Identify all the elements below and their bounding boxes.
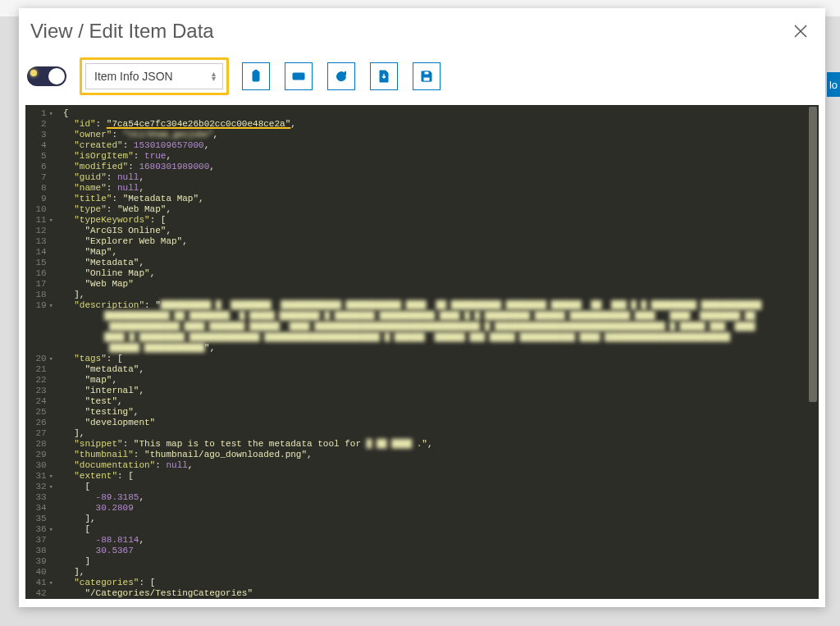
chevron-updown-icon: ▴▾: [212, 71, 216, 81]
modal-view-edit-item-data: View / Edit Item Data Item Info JSON ▴▾: [19, 8, 825, 607]
data-type-select-highlight: Item Info JSON ▴▾: [80, 57, 229, 95]
theme-toggle[interactable]: [27, 66, 66, 86]
svg-rect-4: [293, 73, 304, 80]
keyboard-button[interactable]: [285, 62, 313, 90]
svg-rect-5: [424, 71, 429, 75]
svg-rect-3: [254, 71, 258, 73]
modal-title: View / Edit Item Data: [30, 20, 792, 43]
data-type-select[interactable]: Item Info JSON ▴▾: [85, 63, 223, 89]
toolbar: Item Info JSON ▴▾: [19, 51, 825, 105]
side-badge: lo: [827, 72, 840, 97]
scrollbar-vertical[interactable]: [809, 107, 817, 402]
editor-gutter: 1▾2 3 4 5 6 7 8 9 10 11▾12 13 14 15 16 1…: [25, 105, 62, 599]
json-editor[interactable]: 1▾2 3 4 5 6 7 8 9 10 11▾12 13 14 15 16 1…: [25, 105, 819, 599]
clipboard-button[interactable]: [242, 62, 270, 90]
download-button[interactable]: [370, 62, 398, 90]
select-value: Item Info JSON: [94, 70, 173, 83]
close-icon[interactable]: [792, 23, 809, 39]
save-button[interactable]: [413, 62, 441, 90]
refresh-button[interactable]: [327, 62, 355, 90]
editor-code[interactable]: { "id": "7ca54ce7fc304e26b02cc0c00e48ce2…: [63, 105, 807, 599]
svg-rect-6: [423, 77, 430, 81]
